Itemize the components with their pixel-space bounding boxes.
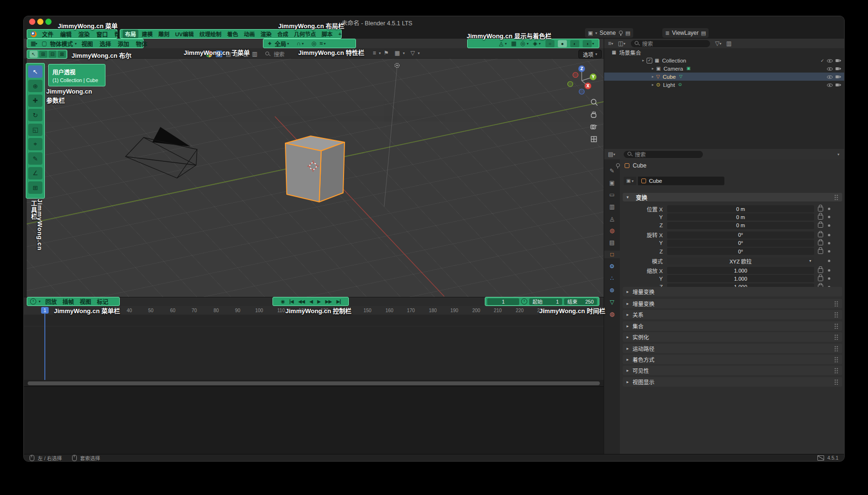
rendered-shading-button[interactable]: ◑	[583, 40, 592, 47]
transform-panel-header[interactable]: ▾ 变换	[623, 193, 842, 201]
solid-shading-button[interactable]: ●	[558, 40, 567, 47]
particles-tab[interactable]: ∴	[604, 274, 620, 282]
bookmark-icon[interactable]: ⚑	[384, 50, 389, 56]
hide-eye-icon[interactable]	[827, 58, 833, 63]
display-mode-icon[interactable]: ◫	[618, 41, 623, 46]
add-cube-tool[interactable]: ⊞	[28, 181, 42, 194]
panel-section-header[interactable]: ▸ 实例化	[623, 332, 842, 342]
current-frame-field[interactable]: 1	[487, 298, 519, 305]
lock-icon[interactable]	[818, 268, 823, 273]
minimize-button[interactable]	[37, 19, 43, 25]
collection-checkbox[interactable]: ✓	[647, 58, 652, 63]
drag-dots-icon[interactable]	[834, 323, 838, 329]
value-field[interactable]: 1.000	[667, 275, 814, 282]
lock-icon[interactable]	[818, 215, 823, 220]
close-button[interactable]	[29, 19, 35, 25]
expander-icon[interactable]: ▸	[652, 66, 654, 71]
scene-collection-row[interactable]: ▦ 场景集合	[604, 48, 845, 56]
panel-section-header[interactable]: ▸ 可见性	[623, 366, 842, 375]
panel-section-header[interactable]: ▸ 关系	[623, 310, 842, 319]
timeline-menu-item[interactable]: 标记	[94, 297, 111, 305]
lock-icon[interactable]	[818, 232, 823, 237]
disable-render-icon[interactable]	[836, 74, 841, 79]
workspace-tab[interactable]: 合成	[275, 30, 291, 38]
viewport-menu-item[interactable]: 视图	[78, 40, 96, 48]
blender-logo-icon[interactable]	[31, 31, 37, 37]
value-field[interactable]: 0 m	[667, 222, 814, 229]
workspace-tab[interactable]: 脚本	[319, 30, 335, 38]
workspace-tab[interactable]: +	[336, 31, 344, 37]
world-tab[interactable]: ◍	[604, 227, 620, 234]
value-field[interactable]: 0 m	[667, 205, 814, 212]
drag-dots-icon[interactable]	[834, 357, 838, 362]
cursor-tool[interactable]: ⊕	[28, 80, 42, 92]
lock-icon[interactable]	[818, 249, 823, 254]
animate-dot-icon[interactable]	[828, 216, 830, 218]
search-icon[interactable]	[265, 52, 270, 56]
collection-tab[interactable]: ▤	[604, 239, 620, 246]
mode-dropdown[interactable]: 物体模式	[49, 40, 74, 48]
clipboard-icon[interactable]: ▥	[252, 51, 257, 57]
filter-funnel-icon[interactable]: ▽	[410, 50, 415, 56]
breadcrumb-object[interactable]: Cube	[633, 162, 647, 169]
timeline-menu-item[interactable]: 视图	[77, 297, 94, 305]
workspace-tab[interactable]: 雕刻	[156, 30, 172, 38]
render-tab[interactable]: ▣	[604, 179, 620, 187]
animate-dot-icon[interactable]	[828, 260, 830, 262]
select-intersect-button[interactable]: ⊠	[58, 51, 66, 58]
new-scene-icon[interactable]: ▤	[625, 31, 630, 36]
expander-icon[interactable]: ▸	[642, 58, 644, 63]
material-tab[interactable]: ◍	[604, 310, 620, 318]
properties-editor-icon[interactable]: ▤	[608, 151, 613, 157]
object-name-field[interactable]: Cube	[638, 177, 724, 185]
xray-toggle-icon[interactable]: ▦	[510, 40, 517, 47]
panel-section-header[interactable]: ▸ 集合	[623, 321, 842, 331]
workspace-tab[interactable]: 动画	[241, 30, 257, 38]
disable-render-icon[interactable]	[836, 58, 841, 63]
playhead-badge[interactable]: 1	[41, 307, 49, 314]
panel-section-header[interactable]: ▸ 运动路径	[623, 344, 842, 353]
outliner-search[interactable]: 搜索	[631, 40, 710, 47]
workspace-tab[interactable]: 纹理绘制	[197, 30, 224, 38]
options-sliders-icon[interactable]: ≡	[373, 50, 376, 56]
expander-icon[interactable]: ▸	[652, 74, 654, 79]
proportional-edit-icon[interactable]: ◎	[306, 40, 317, 47]
object-data-tab[interactable]: ▽	[604, 298, 620, 306]
pin-icon[interactable]	[618, 30, 623, 36]
visibility-icon[interactable]: ◬	[498, 40, 504, 47]
drag-dots-icon[interactable]	[834, 368, 838, 373]
timeline-menu-item[interactable]: 插帧	[60, 297, 76, 305]
outliner-options-icon[interactable]: ▥	[726, 41, 732, 46]
menu-item[interactable]: 编辑	[57, 30, 75, 38]
viewport-menu-item[interactable]: 选择	[96, 40, 115, 48]
snap-magnet-icon[interactable]: ∩	[292, 40, 302, 47]
animate-dot-icon[interactable]	[828, 234, 830, 236]
id-type-dropdown[interactable]: ▣ ▾	[624, 177, 636, 185]
viewport-menu-item[interactable]: 添加	[115, 40, 133, 48]
panel-section-header[interactable]: ▸ 增量变换	[623, 299, 842, 308]
menu-item[interactable]: 窗口	[93, 30, 111, 38]
value-field[interactable]: 0°	[667, 248, 814, 255]
frame-end-field[interactable]: 结束 250	[564, 298, 597, 305]
chevron-down-icon[interactable]: ▾	[837, 152, 839, 157]
material-preview-button[interactable]: ◐	[570, 40, 579, 47]
scene-selector[interactable]: ▣ ▾ Scene ▤	[585, 28, 633, 38]
animate-dot-icon[interactable]	[828, 250, 830, 253]
disable-render-icon[interactable]	[836, 66, 841, 71]
animate-dot-icon[interactable]	[828, 277, 830, 280]
timeline-editor-icon[interactable]	[30, 298, 36, 305]
physics-tab[interactable]: ⊚	[604, 286, 620, 294]
outliner-editor-icon[interactable]: ≡	[608, 41, 611, 46]
lock-icon[interactable]	[818, 223, 823, 228]
animate-dot-icon[interactable]	[828, 242, 830, 244]
value-field[interactable]: 0 m	[667, 213, 814, 221]
measure-tool[interactable]: ∠	[28, 167, 42, 179]
value-field[interactable]: 0°	[667, 232, 814, 239]
falloff-icon[interactable]: ≈	[319, 40, 324, 47]
view-layer-tab[interactable]: ▥	[604, 203, 620, 211]
timeline-tracks[interactable]	[24, 315, 604, 380]
hide-eye-icon[interactable]	[827, 66, 833, 71]
play-button[interactable]: ▶	[315, 299, 323, 304]
play-reverse-button[interactable]: ◀	[307, 299, 315, 304]
workspace-tab[interactable]: UV编辑	[173, 30, 196, 38]
